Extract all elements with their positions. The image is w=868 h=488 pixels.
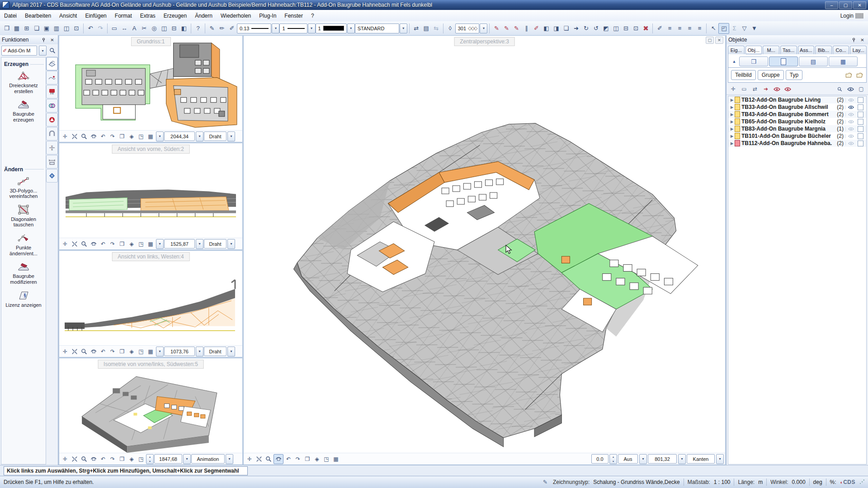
menu-einfuegen[interactable]: Einfügen bbox=[81, 11, 110, 21]
render-mode-dropdown[interactable]: ▾ bbox=[227, 239, 235, 249]
visibility-toggle[interactable] bbox=[845, 113, 856, 117]
mirror-copy-icon[interactable]: ◩ bbox=[601, 23, 611, 33]
redo-icon[interactable]: ↷ bbox=[95, 23, 105, 33]
sort-by-layer-button[interactable]: ▤ bbox=[799, 56, 828, 66]
selection-checkbox[interactable] bbox=[858, 141, 863, 146]
draw-pen-icon[interactable]: ✎ bbox=[491, 23, 501, 33]
scale-combo[interactable]: 1073,76 bbox=[164, 347, 195, 356]
tab-objekte[interactable]: Obj... bbox=[745, 46, 762, 54]
tape-measure-icon[interactable]: ▭ bbox=[109, 23, 119, 33]
report-icon[interactable]: ▥ bbox=[52, 23, 61, 33]
scale-dropdown[interactable]: ▾ bbox=[196, 239, 203, 249]
viewport-westen-label[interactable]: Ansicht von links, Westen:4 bbox=[112, 252, 190, 261]
show-active-icon[interactable] bbox=[773, 85, 781, 93]
viewport-restore-icon[interactable]: ▢ bbox=[706, 37, 714, 44]
open-document-icon[interactable]: ❏ bbox=[32, 23, 42, 33]
perspective-icon[interactable]: ◈ bbox=[127, 455, 136, 464]
fit-view-icon[interactable] bbox=[70, 132, 79, 141]
layer-stack-icon[interactable]: ▤ bbox=[421, 23, 431, 33]
selection-checkbox[interactable] bbox=[858, 104, 863, 110]
zoom-icon[interactable] bbox=[80, 455, 89, 464]
tab-connect[interactable]: Co... bbox=[833, 46, 849, 54]
clip-section-icon[interactable]: ◳ bbox=[137, 347, 146, 356]
selection-column-icon[interactable]: ▢ bbox=[857, 85, 865, 93]
collapse-icon[interactable]: ▲ bbox=[730, 58, 738, 65]
expand-all-icon[interactable]: ✛ bbox=[729, 85, 737, 93]
paste-icon[interactable]: ⊟ bbox=[169, 23, 179, 33]
rotate-element-icon[interactable]: ↻ bbox=[581, 23, 591, 33]
mirror-vertical-icon[interactable]: ◧ bbox=[541, 23, 551, 33]
filter-funnel-icon[interactable]: ▽ bbox=[739, 23, 749, 33]
eyedropper-icon[interactable]: ✐ bbox=[655, 23, 665, 33]
render-mode-combo[interactable]: Draht bbox=[204, 239, 226, 249]
line-type-dropdown[interactable]: ▾ bbox=[308, 23, 316, 33]
view-undo-icon[interactable]: ↶ bbox=[99, 347, 108, 356]
teilbild-button[interactable]: Teilbild bbox=[731, 70, 756, 80]
copy-element-icon[interactable]: ❏ bbox=[561, 23, 571, 33]
isometry-tool-icon[interactable] bbox=[46, 169, 58, 183]
tab-eigenschaften[interactable]: Eig... bbox=[728, 46, 745, 54]
sort-by-attributes-button[interactable]: ▦ bbox=[829, 56, 858, 66]
view-undo-icon[interactable]: ↶ bbox=[99, 132, 108, 141]
render-mode-dropdown[interactable]: ▾ bbox=[227, 131, 235, 141]
dimension-icon[interactable]: ↔ bbox=[119, 23, 129, 33]
task-area-dropdown[interactable]: ▾ bbox=[39, 46, 47, 56]
perspective-icon[interactable]: ◈ bbox=[312, 455, 321, 464]
tab-layer[interactable]: Lay... bbox=[850, 46, 867, 54]
massstab-value[interactable]: 1 : 100 bbox=[714, 479, 731, 485]
tool-dreiecksnetz-erstellen[interactable]: Dreiecksnetz erstellen bbox=[2, 70, 45, 94]
view-redo-icon[interactable]: ↷ bbox=[108, 132, 117, 141]
menu-extras[interactable]: Extras bbox=[136, 11, 160, 21]
angle-field[interactable]: 0.0 bbox=[591, 454, 609, 464]
view-spinner[interactable]: ▴▾ bbox=[146, 454, 154, 464]
apply-selection-icon[interactable]: ➜ bbox=[762, 85, 770, 93]
swap-back-icon[interactable]: ⇆ bbox=[431, 23, 441, 33]
zoom-icon[interactable] bbox=[80, 347, 89, 356]
scale-dropdown[interactable]: ▾ bbox=[196, 347, 203, 357]
mirror-horizontal-icon[interactable]: ◨ bbox=[551, 23, 561, 33]
orbit-icon[interactable] bbox=[274, 454, 283, 464]
view-undo-icon[interactable]: ↶ bbox=[284, 455, 293, 464]
width-tool-icon[interactable] bbox=[46, 155, 58, 169]
point-pen-icon[interactable]: ✎ bbox=[511, 23, 521, 33]
perspective-icon[interactable]: ◈ bbox=[127, 132, 136, 141]
paste-down-icon[interactable]: ⊟ bbox=[621, 23, 631, 33]
viewport-zentralperspektive-label[interactable]: Zentralperspektive:3 bbox=[454, 37, 515, 46]
line-color-combo[interactable]: 1 bbox=[316, 23, 347, 33]
save-favorite-icon[interactable] bbox=[855, 71, 863, 79]
clip-section-icon[interactable]: ◳ bbox=[322, 455, 331, 464]
tab-tasks[interactable]: Tas... bbox=[780, 46, 797, 54]
tab-m[interactable]: M... bbox=[763, 46, 779, 54]
view-undo-icon[interactable]: ↶ bbox=[99, 455, 108, 464]
orbit-icon[interactable] bbox=[89, 455, 98, 464]
layer-combo[interactable]: STANDARD bbox=[355, 23, 399, 33]
magnet-tool-icon[interactable] bbox=[46, 127, 58, 141]
fit-view-icon[interactable] bbox=[255, 455, 264, 464]
surfaces-tool-icon[interactable] bbox=[46, 57, 58, 70]
winkel-value[interactable]: 0.000 bbox=[792, 479, 806, 485]
scale-combo[interactable]: 1847,68 bbox=[154, 454, 182, 464]
scale-dropdown[interactable]: ▾ bbox=[196, 131, 203, 141]
objekte-pin-icon[interactable] bbox=[850, 36, 858, 43]
ratio-tool-icon[interactable]: RB bbox=[46, 141, 58, 155]
line-type-combo[interactable]: 1 bbox=[279, 23, 307, 33]
render-mode-dropdown[interactable]: ▾ bbox=[226, 454, 233, 464]
zoom-icon[interactable] bbox=[80, 239, 89, 249]
red-pin-icon[interactable]: ✐ bbox=[531, 23, 541, 33]
stretch-icon[interactable]: ⊡ bbox=[631, 23, 641, 33]
menu-format[interactable]: Format bbox=[111, 11, 136, 21]
terrain-tool-icon[interactable] bbox=[46, 71, 58, 84]
tree-row-tb83[interactable]: ▶ TB83-Add-On Baugrube Margnia (1) bbox=[728, 125, 866, 132]
menu-fenster[interactable]: Fenster bbox=[280, 11, 307, 21]
pen-thickness-combo[interactable]: 0.13 bbox=[237, 23, 271, 33]
copy-view-icon[interactable]: ❐ bbox=[303, 455, 312, 464]
clip-section-icon[interactable]: ◳ bbox=[137, 455, 146, 464]
filter-funnel-menu-icon[interactable]: ▼ bbox=[749, 23, 759, 33]
menu-aendern[interactable]: Ändern bbox=[191, 11, 217, 21]
layer-dropdown[interactable]: ▾ bbox=[400, 23, 407, 33]
orbit-icon[interactable] bbox=[89, 239, 98, 249]
hatch-combo[interactable]: 301◇◇◇ bbox=[455, 23, 480, 33]
scale-combo[interactable]: 1525,87 bbox=[164, 239, 195, 249]
spinner-down-icon[interactable]: ▾ bbox=[610, 459, 617, 464]
viewport-isometrie-label[interactable]: Isometrie von vorne/links, Südwesten:5 bbox=[98, 360, 204, 369]
